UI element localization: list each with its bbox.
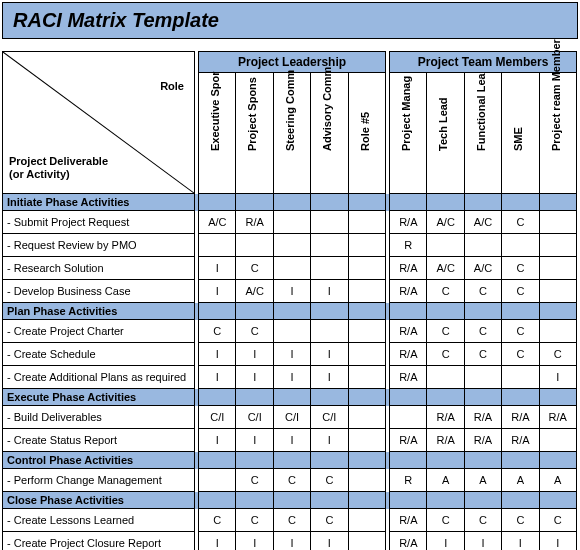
raci-cell: I — [236, 532, 273, 551]
raci-cell: C/I — [199, 406, 236, 429]
raci-cell: I — [199, 532, 236, 551]
raci-cell: I — [236, 366, 273, 389]
raci-cell: I — [502, 532, 539, 551]
raci-cell: C — [464, 509, 501, 532]
raci-cell — [348, 280, 385, 303]
raci-cell: I — [236, 343, 273, 366]
raci-cell — [311, 234, 348, 257]
raci-cell: C — [427, 320, 464, 343]
raci-cell: A — [464, 469, 501, 492]
role-header: Functional Lea — [464, 73, 501, 194]
raci-cell: I — [273, 280, 310, 303]
raci-cell: I — [311, 366, 348, 389]
raci-cell: A/C — [464, 211, 501, 234]
raci-cell: I — [273, 532, 310, 551]
role-header: Project Manag — [390, 73, 427, 194]
raci-cell — [390, 406, 427, 429]
raci-cell: C/I — [273, 406, 310, 429]
activity-label: - Create Lessons Learned — [3, 509, 195, 532]
activity-label: - Create Additional Plans as required — [3, 366, 195, 389]
raci-cell: R/A — [390, 429, 427, 452]
activity-label: - Submit Project Request — [3, 211, 195, 234]
raci-cell: A/C — [427, 211, 464, 234]
raci-cell — [539, 320, 576, 343]
raci-cell: R/A — [390, 257, 427, 280]
raci-cell: I — [199, 257, 236, 280]
raci-cell: I — [199, 343, 236, 366]
raci-cell: C — [502, 211, 539, 234]
raci-cell: I — [539, 366, 576, 389]
activity-label: - Create Project Charter — [3, 320, 195, 343]
table-row: - Develop Business CaseIA/CIIR/ACCC — [3, 280, 577, 303]
raci-cell: C — [236, 509, 273, 532]
role-header: Tech Lead — [427, 73, 464, 194]
raci-cell: C — [311, 509, 348, 532]
raci-cell: I — [273, 343, 310, 366]
raci-cell — [348, 211, 385, 234]
raci-cell: R/A — [390, 211, 427, 234]
raci-cell: R/A — [427, 406, 464, 429]
raci-cell: I — [273, 366, 310, 389]
raci-cell — [311, 257, 348, 280]
raci-cell — [348, 234, 385, 257]
raci-cell: I — [539, 532, 576, 551]
raci-cell — [348, 366, 385, 389]
raci-cell — [539, 429, 576, 452]
raci-cell: C/I — [236, 406, 273, 429]
raci-cell — [348, 429, 385, 452]
activity-label: - Create Project Closure Report — [3, 532, 195, 551]
raci-cell — [539, 211, 576, 234]
role-header: Project Spons — [236, 73, 273, 194]
raci-cell: C — [539, 343, 576, 366]
raci-cell: A — [539, 469, 576, 492]
corner-role-label: Role — [160, 80, 184, 92]
raci-cell — [502, 234, 539, 257]
raci-cell: A/C — [427, 257, 464, 280]
raci-cell: R/A — [390, 366, 427, 389]
raci-cell: R — [390, 234, 427, 257]
raci-cell: C — [236, 257, 273, 280]
table-row: - Create Project Closure ReportIIIIR/AII… — [3, 532, 577, 551]
raci-cell: C — [427, 280, 464, 303]
table-row: - Research SolutionICR/AA/CA/CC — [3, 257, 577, 280]
raci-cell: C/I — [311, 406, 348, 429]
raci-cell — [311, 320, 348, 343]
table-row: - Request Review by PMOR — [3, 234, 577, 257]
raci-cell: R/A — [502, 429, 539, 452]
table-row: - Create Lessons LearnedCCCCR/ACCCC — [3, 509, 577, 532]
role-header: Role #5 — [348, 73, 385, 194]
raci-cell: R/A — [464, 406, 501, 429]
raci-cell — [236, 234, 273, 257]
raci-cell — [348, 532, 385, 551]
table-row: - Create Project CharterCCR/ACCC — [3, 320, 577, 343]
raci-cell: C — [464, 320, 501, 343]
activity-label: - Develop Business Case — [3, 280, 195, 303]
raci-cell: I — [427, 532, 464, 551]
raci-cell — [464, 366, 501, 389]
raci-cell: A — [502, 469, 539, 492]
activity-label: - Research Solution — [3, 257, 195, 280]
raci-cell — [348, 469, 385, 492]
raci-cell: A/C — [199, 211, 236, 234]
role-header: Project ream Member — [539, 73, 576, 194]
activity-label: - Create Status Report — [3, 429, 195, 452]
raci-cell: I — [311, 532, 348, 551]
raci-cell — [348, 257, 385, 280]
table-row: - Submit Project RequestA/CR/AR/AA/CA/CC — [3, 211, 577, 234]
raci-cell: C — [273, 509, 310, 532]
raci-cell: C — [199, 320, 236, 343]
role-header: Executive Spor — [199, 73, 236, 194]
phase-row: Close Phase Activities — [3, 492, 577, 509]
raci-cell: I — [311, 280, 348, 303]
group-header-team: Project Team Members — [390, 52, 577, 73]
raci-cell: R/A — [236, 211, 273, 234]
raci-cell: C — [236, 320, 273, 343]
table-row: - Create ScheduleIIIIR/ACCCC — [3, 343, 577, 366]
raci-cell: A/C — [464, 257, 501, 280]
raci-cell: C — [464, 343, 501, 366]
raci-cell — [539, 257, 576, 280]
raci-cell: C — [199, 509, 236, 532]
phase-row: Plan Phase Activities — [3, 303, 577, 320]
raci-cell: I — [199, 429, 236, 452]
raci-cell — [273, 257, 310, 280]
